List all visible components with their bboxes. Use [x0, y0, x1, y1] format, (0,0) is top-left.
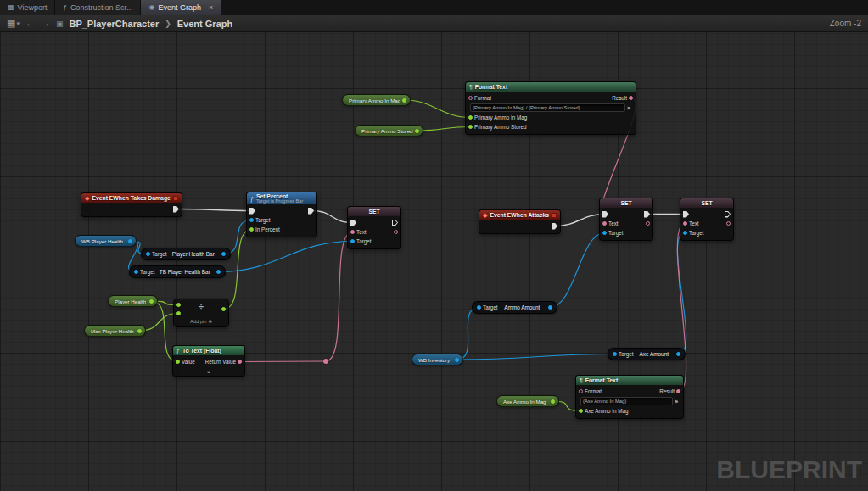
advanced-collapse-chevron[interactable]: ⌄ [173, 369, 244, 376]
tab-construction-scr-[interactable]: ƒConstruction Scr... [55, 0, 141, 15]
data-pin-icon[interactable] [216, 270, 221, 274]
data-pin-icon[interactable] [149, 299, 154, 304]
data-pin-icon[interactable] [602, 231, 607, 235]
pin-result[interactable]: Result [612, 95, 633, 101]
exec-pin-icon[interactable] [552, 223, 557, 230]
data-pin-icon[interactable] [137, 329, 142, 333]
pin-result[interactable] [220, 307, 226, 311]
pin-exec[interactable] [171, 206, 179, 213]
close-icon[interactable]: × [209, 3, 213, 12]
add-pin-icon[interactable]: ⊕ [208, 319, 212, 324]
pin-in-percent[interactable]: In Percent [249, 226, 280, 232]
node-ammoAmount[interactable]: TargetAmmo Amount [472, 301, 557, 314]
data-pin-icon[interactable] [683, 221, 687, 226]
pin-execout[interactable] [723, 211, 731, 218]
pin-target[interactable]: Target [134, 269, 155, 275]
node-setTextAmmo[interactable]: SETTextTarget [599, 198, 653, 241]
data-pin-icon[interactable] [134, 270, 138, 274]
data-pin-icon[interactable] [249, 227, 254, 232]
pin-target[interactable]: Target [683, 230, 704, 236]
data-pin-icon[interactable] [613, 352, 617, 356]
pin-value[interactable]: Value [176, 359, 195, 365]
node-primaryAmmoInMag[interactable]: Primary Ammo In Mag [342, 94, 411, 106]
localize-icon[interactable]: ⚑ [627, 105, 631, 111]
data-pin-icon[interactable] [128, 239, 132, 243]
node-wbInventory[interactable]: WB Inventory [412, 354, 463, 365]
data-pin-icon[interactable] [249, 218, 254, 222]
data-pin-icon[interactable] [350, 230, 355, 234]
pin-format[interactable]: Format [468, 95, 491, 101]
exec-pin-icon[interactable] [602, 211, 608, 218]
data-pin-icon[interactable] [221, 307, 226, 311]
pin-target[interactable]: Target [602, 230, 624, 236]
pin-execin[interactable] [249, 208, 257, 215]
pin-outval[interactable] [725, 221, 731, 226]
node-setTextHealth[interactable]: SETTextTarget [347, 206, 401, 249]
event-graph-canvas[interactable]: Primary Ammo In MagPrimary Ammo Stored¶F… [0, 0, 868, 491]
data-pin-icon[interactable] [676, 352, 680, 356]
pin-value[interactable] [136, 329, 142, 333]
exec-pin-icon[interactable] [725, 211, 731, 218]
data-pin-icon[interactable] [146, 252, 150, 256]
pin-execin[interactable] [350, 220, 358, 226]
format-text-input[interactable]: {Axe Ammo In Mag} [580, 397, 673, 405]
node-tbPlayerHealthBar[interactable]: TargetTB Player Health Bar [129, 265, 226, 278]
pin-value[interactable] [453, 358, 459, 362]
data-pin-icon[interactable] [683, 231, 687, 235]
pin-a[interactable] [176, 303, 182, 307]
pin-exec[interactable] [550, 223, 557, 230]
graph-menu-button[interactable]: ▦▾ [7, 19, 20, 28]
data-pin-icon[interactable] [726, 221, 731, 226]
pin-value[interactable] [675, 352, 680, 356]
pin-target[interactable]: Target [146, 251, 167, 257]
data-pin-icon[interactable] [579, 409, 583, 413]
exec-pin-icon[interactable] [350, 220, 356, 226]
breadcrumb-root[interactable]: BP_PlayerCharacter [69, 19, 159, 29]
pin-value[interactable] [215, 270, 221, 274]
pin-target[interactable]: Target [350, 238, 372, 244]
exec-pin-icon[interactable] [173, 206, 179, 213]
data-pin-icon[interactable] [238, 360, 242, 364]
format-text-input[interactable]: {Primary Ammo In Mag} / {Primary Ammo St… [470, 103, 625, 112]
pin-primary-ammo-stored[interactable]: Primary Ammo Stored [468, 124, 527, 130]
data-pin-icon[interactable] [551, 399, 555, 404]
pin-text[interactable]: Text [683, 220, 699, 226]
pin-result[interactable]: Result [659, 388, 680, 394]
data-pin-icon[interactable] [548, 305, 552, 310]
data-pin-icon[interactable] [468, 125, 473, 129]
localize-icon[interactable]: ⚑ [675, 399, 679, 405]
data-pin-icon[interactable] [477, 305, 481, 310]
node-playerHealthBar[interactable]: TargetPlayer Health Bar [141, 248, 231, 260]
exec-pin-icon[interactable] [644, 211, 650, 218]
pin-axe-ammo-in-mag[interactable]: Axe Ammo In Mag [579, 408, 628, 414]
back-button[interactable]: ← [25, 19, 35, 28]
pin-value[interactable] [220, 252, 226, 256]
data-pin-icon[interactable] [468, 115, 473, 120]
node-wbPlayerHealth[interactable]: WB Player Health [75, 235, 137, 247]
data-pin-icon[interactable] [646, 221, 650, 226]
node-setTextAxe[interactable]: SETTextTarget [680, 198, 734, 241]
pin-value[interactable] [400, 98, 406, 103]
pin-primary-ammo-in-mag[interactable]: Primary Ammo In Mag [468, 114, 527, 120]
tab-viewport[interactable]: ▦Viewport [0, 0, 55, 15]
pin-target[interactable]: Target [477, 304, 498, 310]
pin-value[interactable] [546, 305, 552, 310]
pin-value[interactable] [549, 399, 555, 404]
node-primaryAmmoStored[interactable]: Primary Ammo Stored [355, 125, 423, 137]
node-divide[interactable]: ÷Add pin ⊕ [173, 299, 229, 327]
pin-outval[interactable] [644, 221, 650, 226]
data-pin-icon[interactable] [176, 311, 181, 315]
pin-outval[interactable] [392, 230, 398, 234]
pin-value[interactable] [148, 299, 154, 304]
pin-return-value[interactable]: Return Value [205, 359, 242, 365]
pin-execout[interactable] [306, 208, 314, 215]
data-pin-icon[interactable] [629, 96, 633, 100]
node-eventTakesDamage[interactable]: ◆Event EWhen Takes Damage [81, 192, 182, 217]
pin-target[interactable]: Target [249, 217, 271, 223]
pin-execin[interactable] [683, 211, 691, 218]
add-pin-button[interactable]: Add pin ⊕ [174, 319, 228, 324]
pin-value[interactable] [413, 129, 419, 133]
data-pin-icon[interactable] [394, 230, 398, 234]
pin-target[interactable]: Target [613, 351, 634, 357]
data-pin-icon[interactable] [455, 358, 459, 362]
